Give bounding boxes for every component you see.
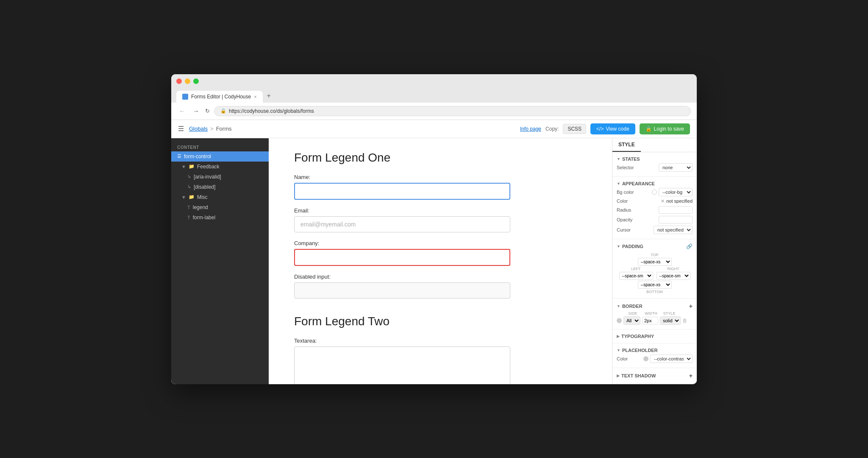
cursor-label: Cursor [617,227,631,232]
placeholder-color-select[interactable]: --color-contrast-n [650,355,693,363]
bg-color-select[interactable]: --color-bg [659,188,693,196]
radius-row: Radius [617,206,693,214]
border-width-input[interactable] [642,317,658,324]
padding-right-select[interactable]: --space-sm [657,272,690,280]
tab-close-button[interactable]: × [254,94,256,99]
bg-color-label: Bg color [617,190,634,195]
padding-header[interactable]: ▼ PADDING 🔗 [617,242,693,251]
sidebar-item-feedback[interactable]: ▼ 📁 Feedback [171,162,269,172]
disabled-label: Disabled input: [294,274,587,280]
add-border-button[interactable]: + [689,303,693,310]
padding-left-label: LEFT [631,267,640,271]
divider [294,306,587,315]
scss-button[interactable]: SCSS [563,124,586,134]
forward-button[interactable]: → [191,106,201,115]
appearance-section: ▼ APPEARANCE Bg color --color-bg Color [612,177,697,239]
color-clear-icon[interactable]: ✕ [661,198,665,204]
new-tab-button[interactable]: + [263,89,275,103]
states-section: ▼ STATES Selector none [612,152,697,177]
padding-left-select[interactable]: --space-sm [619,272,653,280]
border-row: All solid 🗑 [617,316,693,325]
delete-border-icon[interactable]: 🗑 [682,318,687,324]
view-code-button[interactable]: </> View code [590,123,635,134]
placeholder-header[interactable]: ▼ PLACEHOLDER [617,346,693,355]
url-bar[interactable]: 🔒 https://codyhouse.co/ds/globals/forms [214,106,691,116]
bg-color-row: Bg color --color-bg [617,188,693,196]
bg-color-control: --color-bg [652,188,693,196]
sidebar-item-form-control[interactable]: ☰ form-control [171,151,269,162]
add-text-shadow-button[interactable]: + [689,372,693,379]
padding-bottom-select[interactable]: --space-xs [638,281,672,289]
back-button[interactable]: ← [177,106,187,115]
browser-window: Forms Editor | CodyHouse × + ← → ↻ 🔒 htt… [171,74,697,384]
appearance-header[interactable]: ▼ APPEARANCE [617,179,693,188]
sidebar-item-aria-invalid[interactable]: ↳ [aria-invalid] [171,172,269,182]
toolbar-right: Info page Copy: SCSS </> View code 🔒 Log… [520,123,690,134]
tab-bar: Forms Editor | CodyHouse × + [176,89,692,103]
border-side-select[interactable]: All [623,316,640,325]
padding-right-label: RIGHT [668,267,679,271]
padding-top-select[interactable]: --space-xs [638,258,672,266]
address-bar: ← → ↻ 🔒 https://codyhouse.co/ds/globals/… [171,103,697,120]
email-input[interactable] [294,216,510,232]
folder-icon: ▼ [181,164,186,169]
chevron-down-icon: ▼ [617,157,620,161]
maximize-button[interactable] [193,78,199,84]
name-group: Name: [294,174,587,200]
placeholder-color-dot[interactable] [643,356,648,361]
sidebar-item-form-label[interactable]: T form-label [171,212,269,223]
selector-row: Selector none [617,163,693,172]
breadcrumb-forms: Forms [216,126,232,132]
chevron-typography-icon: ▶ [617,334,620,338]
color-label: Color [617,198,628,204]
folder4-icon: 📁 [189,194,195,200]
breadcrumb-separator: > [210,126,214,132]
cursor-select[interactable]: not specified [654,226,693,234]
bg-color-dot[interactable] [652,190,657,195]
minimize-button[interactable] [185,78,190,84]
selector-select[interactable]: none [659,163,693,172]
code-icon: </> [596,126,604,132]
folder3-icon: ▼ [181,195,186,200]
color-control: ✕ not specified [661,198,693,204]
typography-header[interactable]: ▶ TYPOGRAPHY [617,332,693,341]
opacity-label: Opacity [617,217,632,222]
text-shadow-header[interactable]: ▶ TEXT SHADOW + [617,371,693,381]
textarea-label: Textarea: [294,338,587,344]
sidebar-item-legend[interactable]: T legend [171,202,269,212]
info-page-link[interactable]: Info page [520,126,541,132]
border-style-select[interactable]: solid [660,316,681,325]
padding-grid: TOP --space-xs LEFT --space-sm RIGHT [617,253,693,294]
sidebar-item-misc[interactable]: ▼ 📁 Misc [171,192,269,202]
name-input[interactable] [294,183,510,200]
active-tab[interactable]: Forms Editor | CodyHouse × [176,91,263,103]
save-icon: 🔒 [645,126,652,132]
disabled-input [294,282,510,299]
border-header[interactable]: ▼ BORDER + [617,301,693,311]
color-row: Color ✕ not specified [617,198,693,204]
disabled-group: Disabled input: [294,274,587,299]
chevron-padding-icon: ▼ [617,244,620,249]
email-label: Email: [294,207,587,214]
hamburger-icon[interactable]: ☰ [178,125,184,133]
padding-bottom-label: BOTTOM [646,290,662,294]
link-padding-icon[interactable]: 🔗 [686,243,693,249]
sidebar-label-form-control: form-control [184,154,211,159]
main-layout: CONTENT ☰ form-control ▼ 📁 Feedback ↳ [a… [171,138,697,384]
breadcrumb-globals[interactable]: Globals [189,126,208,132]
reload-button[interactable]: ↻ [205,108,210,114]
chevron-text-shadow-icon: ▶ [617,374,620,378]
textarea-input[interactable] [294,346,510,384]
company-input[interactable] [294,249,510,266]
opacity-input[interactable] [659,216,693,223]
placeholder-section: ▼ PLACEHOLDER Color --color-contrast-n [612,344,697,368]
states-header[interactable]: ▼ STATES [617,155,693,163]
name-label: Name: [294,174,587,180]
tab-style[interactable]: STYLE [612,138,641,152]
close-button[interactable] [176,78,182,84]
sidebar-item-disabled[interactable]: ↳ [disabled] [171,182,269,192]
radius-input[interactable] [659,206,693,214]
border-color-dot[interactable] [617,318,622,323]
sidebar-label-aria-invalid: [aria-invalid] [194,174,221,180]
login-save-button[interactable]: 🔒 Login to save [640,123,690,134]
